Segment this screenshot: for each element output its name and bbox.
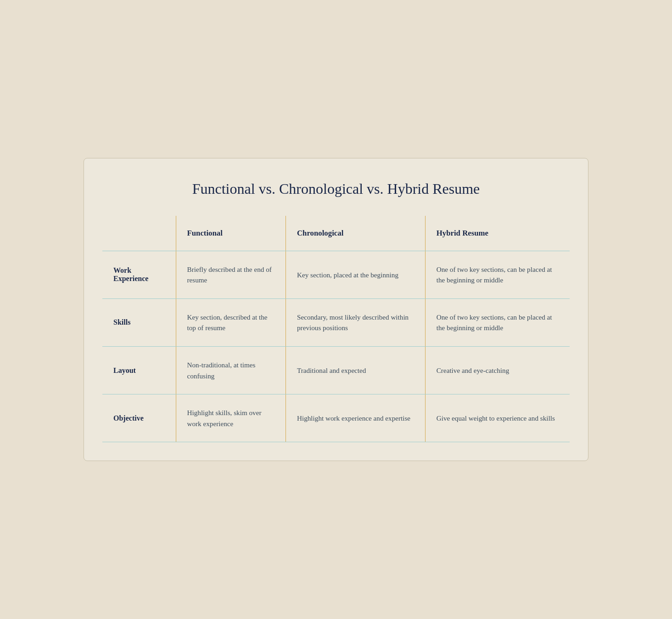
table-bottom-divider: [102, 442, 570, 442]
comparison-table: Functional Chronological Hybrid Resume W…: [102, 216, 570, 442]
row-functional-3: Highlight skills, skim over work experie…: [176, 394, 286, 442]
row-functional-1: Key section, described at the top of res…: [176, 298, 286, 346]
row-functional-2: Non-traditional, at times confusing: [176, 347, 286, 394]
page-title: Functional vs. Chronological vs. Hybrid …: [102, 180, 570, 197]
table-row: ObjectiveHighlight skills, skim over wor…: [102, 394, 570, 442]
row-hybrid-3: Give equal weight to experience and skil…: [425, 394, 570, 442]
header-col1: [102, 216, 176, 251]
row-chronological-2: Traditional and expected: [286, 347, 425, 394]
header-col4: Hybrid Resume: [425, 216, 570, 251]
header-col3: Chronological: [286, 216, 425, 251]
row-label-2: Layout: [102, 347, 176, 394]
header-col2: Functional: [176, 216, 286, 251]
row-hybrid-2: Creative and eye-catching: [425, 347, 570, 394]
row-chronological-0: Key section, placed at the beginning: [286, 251, 425, 298]
table-row: Work ExperienceBriefly described at the …: [102, 251, 570, 298]
table-row: LayoutNon-traditional, at times confusin…: [102, 347, 570, 394]
row-hybrid-0: One of two key sections, can be placed a…: [425, 251, 570, 298]
row-chronological-3: Highlight work experience and expertise: [286, 394, 425, 442]
table-row: SkillsKey section, described at the top …: [102, 298, 570, 346]
row-hybrid-1: One of two key sections, can be placed a…: [425, 298, 570, 346]
row-label-3: Objective: [102, 394, 176, 442]
comparison-card: Functional vs. Chronological vs. Hybrid …: [84, 158, 588, 461]
row-functional-0: Briefly described at the end of resume: [176, 251, 286, 298]
table-header-row: Functional Chronological Hybrid Resume: [102, 216, 570, 251]
row-label-1: Skills: [102, 298, 176, 346]
row-chronological-1: Secondary, most likely described within …: [286, 298, 425, 346]
row-label-0: Work Experience: [102, 251, 176, 298]
